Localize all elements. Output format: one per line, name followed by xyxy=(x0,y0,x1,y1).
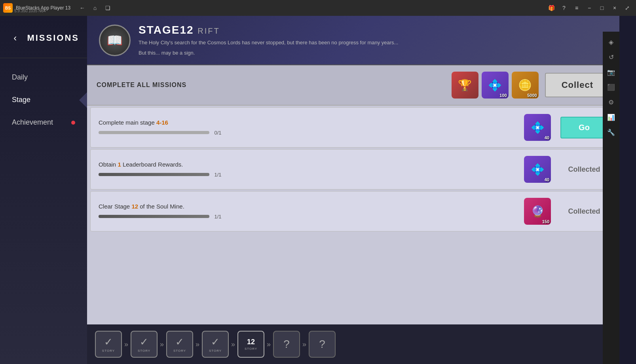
window-controls: 🎁 ? ≡ − □ × ⤢ xyxy=(546,2,633,13)
mission-2-collected: Collected xyxy=(560,165,608,174)
gift-icon[interactable]: 🎁 xyxy=(546,2,557,13)
main-area: ‹ MISSIONS Daily Stage Achievement 📖 STA… xyxy=(0,16,619,364)
mission-3-info: Clear Stage 12 of the Soul Mine. 1/1 xyxy=(99,203,518,220)
nav-home-btn[interactable]: ⌂ xyxy=(89,2,101,13)
question-icon-1: ? xyxy=(283,338,290,351)
mission-row-3: Clear Stage 12 of the Soul Mine. 1/1 🔮 1… xyxy=(90,191,616,231)
back-button[interactable]: ‹ xyxy=(8,30,22,46)
missions-title: MISSIONS xyxy=(27,33,79,43)
mission-1-reward-count: 40 xyxy=(545,135,549,140)
sidebar-item-stage[interactable]: Stage xyxy=(0,89,87,111)
chevron-5: » xyxy=(267,340,271,349)
rs-icon-1[interactable]: ◈ xyxy=(604,35,618,49)
stage-info: STAGE12 RIFT The Holy City's search for … xyxy=(139,24,608,57)
question-icon-2: ? xyxy=(319,338,325,351)
stage-title: STAGE12 RIFT xyxy=(139,24,608,36)
mission-2-reward: 💠 40 xyxy=(524,156,551,183)
missions-panel: COMPLETE ALL MISSIONS 🏆 💠 100 🪙 5000 Col… xyxy=(87,65,619,324)
checkmark-icon-3: ✓ xyxy=(175,336,184,348)
help-btn[interactable]: ? xyxy=(558,2,570,13)
stage-desc-line1: The Holy City's search for the Cosmos Lo… xyxy=(139,39,608,47)
nav-back-btn[interactable]: ← xyxy=(77,2,88,13)
complete-all-bar: COMPLETE ALL MISSIONS 🏆 💠 100 🪙 5000 Col… xyxy=(87,65,619,106)
mission-1-progress: 0/1 xyxy=(99,129,518,136)
rs-icon-5[interactable]: ⚙ xyxy=(604,95,618,109)
rs-settings-icon[interactable]: ⚙ xyxy=(604,362,618,364)
progress-bar-fill-2 xyxy=(99,173,209,176)
mission-3-reward: 🔮 150 xyxy=(524,198,551,225)
left-nav: ‹ MISSIONS Daily Stage Achievement xyxy=(0,16,87,364)
rs-icon-7[interactable]: 🔧 xyxy=(604,125,618,139)
resize-icon: ⤢ xyxy=(622,2,633,13)
stage-node-1[interactable]: ✓ STORY xyxy=(95,331,122,358)
mission-3-reward-count: 150 xyxy=(542,219,549,224)
mission-row-1: Complete main stage 4-16 0/1 💠 40 Go xyxy=(90,107,616,148)
stage-node-3[interactable]: ✓ STORY xyxy=(166,331,193,358)
rs-icon-4[interactable]: ⬛ xyxy=(604,80,618,94)
story-label-12: STORY xyxy=(245,347,257,351)
reward-gem-count: 100 xyxy=(499,93,507,98)
mission-2-progress-label: 1/1 xyxy=(214,172,221,178)
stage-node-unknown-2[interactable]: ? xyxy=(309,331,336,358)
collect-button[interactable]: Collect xyxy=(545,73,610,97)
missions-header: ‹ MISSIONS xyxy=(0,24,87,58)
rs-icon-6[interactable]: 📊 xyxy=(604,110,618,124)
mission-1-progress-label: 0/1 xyxy=(214,130,221,136)
story-label-2: STORY xyxy=(138,349,150,353)
app-version: 5.9.350.1035 N64 xyxy=(14,9,46,13)
content-area: 📖 STAGE12 RIFT The Holy City's search fo… xyxy=(87,16,619,364)
progress-bar-bg-3 xyxy=(99,215,209,218)
reward-trophy: 🏆 xyxy=(452,72,478,99)
achievement-badge xyxy=(71,121,75,125)
chevron-6: » xyxy=(302,340,306,349)
stage-header: 📖 STAGE12 RIFT The Holy City's search fo… xyxy=(87,16,619,65)
progress-bar-fill-3 xyxy=(99,215,209,218)
stage-subtitle: RIFT xyxy=(197,27,220,35)
stage-node-2[interactable]: ✓ STORY xyxy=(131,331,158,358)
sidebar-item-achievement[interactable]: Achievement xyxy=(0,111,87,134)
stage-selector: ✓ STORY » ✓ STORY » ✓ STORY » ✓ STORY » … xyxy=(87,324,619,364)
mission-1-info: Complete main stage 4-16 0/1 xyxy=(99,119,518,136)
checkmark-icon-4: ✓ xyxy=(211,336,220,348)
menu-btn[interactable]: ≡ xyxy=(571,2,582,13)
story-label-1: STORY xyxy=(102,349,115,353)
mission-2-info: Obtain 1 Leaderboard Rewards. 1/1 xyxy=(99,161,518,178)
stage-desc-line2: But this... may be a sign. xyxy=(139,49,608,57)
mission-1-reward: 💠 40 xyxy=(524,114,551,141)
checkmark-icon-2: ✓ xyxy=(140,336,148,348)
reward-gem-100: 💠 100 xyxy=(482,72,509,99)
titlebar: BS BlueStacks App Player 13 5.9.350.1035… xyxy=(0,0,636,16)
checkmark-icon-1: ✓ xyxy=(104,336,113,348)
titlebar-nav: ← ⌂ ❏ xyxy=(77,2,113,13)
sidebar-item-daily[interactable]: Daily xyxy=(0,66,87,89)
stage-node-12[interactable]: 12 STORY xyxy=(237,331,264,358)
minimize-btn[interactable]: − xyxy=(584,2,595,13)
stage-node-4[interactable]: ✓ STORY xyxy=(202,331,229,358)
chevron-2: » xyxy=(160,340,164,349)
chevron-3: » xyxy=(196,340,199,349)
mission-3-progress-label: 1/1 xyxy=(214,214,221,220)
right-sidebar: ◈ ↺ 📷 ⬛ ⚙ 📊 🔧 ⚙ xyxy=(603,32,619,364)
stage-node-unknown-1[interactable]: ? xyxy=(273,331,300,358)
story-label-3: STORY xyxy=(173,349,186,353)
mission-3-text: Clear Stage 12 of the Soul Mine. xyxy=(99,203,518,210)
reward-trophy-icon: 🏆 xyxy=(452,72,478,99)
app-logo: BS xyxy=(3,3,13,13)
story-label-4: STORY xyxy=(209,349,222,353)
mission-2-progress: 1/1 xyxy=(99,171,518,178)
mission-3-collected: Collected xyxy=(560,207,608,216)
maximize-btn[interactable]: □ xyxy=(596,2,608,13)
nav-tab-btn[interactable]: ❏ xyxy=(102,2,113,13)
rs-icon-3[interactable]: 📷 xyxy=(604,65,618,79)
chevron-1: » xyxy=(124,340,128,349)
mission-2-reward-count: 40 xyxy=(545,177,549,182)
mission-3-progress: 1/1 xyxy=(99,213,518,220)
close-btn[interactable]: × xyxy=(609,2,620,13)
progress-bar-bg-1 xyxy=(99,131,209,134)
rs-icon-2[interactable]: ↺ xyxy=(604,50,618,64)
chevron-4: » xyxy=(231,340,235,349)
stage-12-number: 12 xyxy=(247,338,255,346)
complete-all-label: COMPLETE ALL MISSIONS xyxy=(97,82,445,89)
mission-2-text: Obtain 1 Leaderboard Rewards. xyxy=(99,161,518,168)
go-button[interactable]: Go xyxy=(560,117,608,138)
